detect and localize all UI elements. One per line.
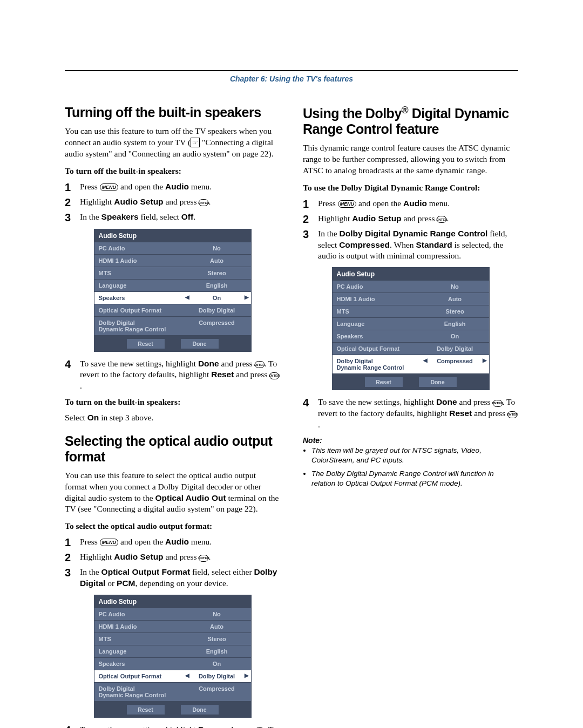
arrow-right-icon: ▶ (245, 294, 249, 300)
dolby-step-2: 2 Highlight Audio Setup and press ENTER. (303, 213, 518, 225)
reset-button: Reset (127, 339, 165, 349)
arrow-right-icon: ▶ (483, 357, 487, 363)
subhead-turn-on: To turn on the built-in speakers: (65, 397, 280, 407)
audio-setup-panel-dolby: Audio Setup PC AudioNo HDMI 1 AudioAuto … (332, 267, 490, 390)
reset-button: Reset (365, 377, 403, 387)
menu-icon: MENU (100, 539, 119, 546)
done-button: Done (419, 377, 457, 387)
arrow-left-icon: ◀ (185, 672, 189, 678)
intro-optical: You can use this feature to select the o… (65, 470, 280, 515)
note-list: This item will be grayed out for NTSC si… (303, 446, 518, 488)
arrow-left-icon: ◀ (185, 294, 189, 300)
enter-icon: ENTER (199, 199, 208, 206)
step-2: 2 Highlight Audio Setup and press ENTER. (65, 196, 280, 208)
heading-speakers: Turning off the built-in speakers (65, 105, 280, 120)
step-3: 3 In the Speakers field, select Off. (65, 212, 280, 223)
arrow-left-icon: ◀ (423, 357, 428, 363)
opt-step-3: 3 In the Optical Output Format field, se… (65, 567, 280, 589)
heading-optical: Selecting the optical audio output forma… (65, 433, 280, 465)
enter-icon: ENTER (199, 555, 208, 562)
audio-setup-panel-optical: Audio Setup PC AudioNo HDMI 1 AudioAuto … (94, 595, 252, 718)
chapter-header: Chapter 6: Using the TV's features (65, 74, 518, 83)
turn-on-line: Select On in step 3 above. (65, 412, 280, 424)
subhead-dolby: To use the Dolby Digital Dynamic Range C… (303, 183, 518, 193)
enter-icon: ENTER (507, 411, 517, 418)
step-1: 1 Press MENU and open the Audio menu. (65, 181, 280, 193)
arrow-right-icon: ▶ (245, 672, 249, 678)
dolby-step-4: 4 To save the new settings, highlight Do… (303, 397, 518, 431)
note-heading: Note: (303, 436, 518, 445)
step-4: 4 To save the new settings, highlight Do… (65, 358, 280, 392)
enter-icon: ENTER (269, 372, 279, 379)
opt-step-4: 4 To save the new settings, highlight Do… (65, 724, 280, 728)
pointer-icon: ☞ (191, 138, 200, 147)
opt-step-2: 2 Highlight Audio Setup and press ENTER. (65, 552, 280, 563)
intro-speakers: You can use this feature to turn off the… (65, 126, 280, 160)
heading-dolby: Using the Dolby® Digital Dynamic Range C… (303, 105, 518, 137)
intro-dolby: This dynamic range control feature cause… (303, 142, 518, 176)
audio-setup-panel-speakers: Audio Setup PC AudioNo HDMI 1 AudioAuto … (94, 229, 252, 352)
subhead-turn-off: To turn off the built-in speakers: (65, 166, 280, 176)
dolby-step-3: 3 In the Dolby Digital Dynamic Range Con… (303, 228, 518, 262)
reset-button: Reset (127, 705, 165, 715)
done-button: Done (181, 705, 219, 715)
enter-icon: ENTER (493, 400, 503, 407)
enter-icon: ENTER (255, 361, 265, 368)
opt-step-1: 1 Press MENU and open the Audio menu. (65, 536, 280, 548)
dolby-step-1: 1 Press MENU and open the Audio menu. (303, 198, 518, 210)
menu-icon: MENU (100, 183, 119, 191)
menu-icon: MENU (338, 200, 357, 208)
done-button: Done (181, 339, 219, 349)
subhead-select-optical: To select the optical audio output forma… (65, 521, 280, 531)
enter-icon: ENTER (437, 216, 446, 223)
